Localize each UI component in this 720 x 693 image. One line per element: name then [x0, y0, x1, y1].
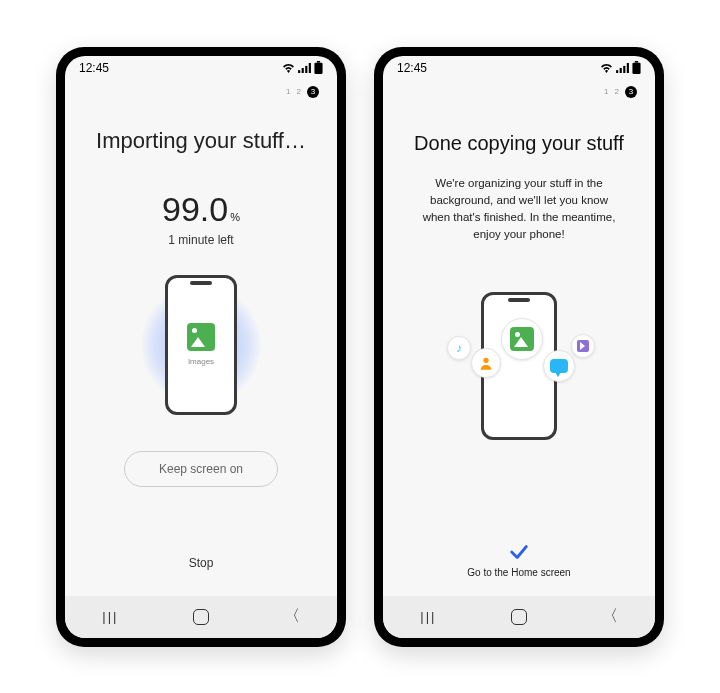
stop-button[interactable]: Stop — [181, 548, 222, 578]
nav-recents-button[interactable] — [88, 605, 132, 629]
images-icon — [187, 323, 215, 351]
step-3-current: 3 — [307, 86, 319, 98]
nav-bar — [383, 596, 655, 638]
step-indicator: 1 2 3 — [383, 80, 655, 98]
svg-rect-2 — [305, 65, 307, 72]
nav-home-button[interactable] — [179, 605, 223, 629]
nav-recents-button[interactable] — [406, 605, 450, 629]
svg-rect-4 — [317, 61, 320, 63]
svg-point-12 — [483, 357, 488, 362]
phone-illustration: Images — [165, 275, 237, 415]
messages-bubble-icon — [543, 350, 575, 382]
svg-rect-3 — [309, 63, 311, 73]
step-2: 2 — [297, 87, 301, 96]
wifi-icon — [600, 63, 613, 73]
time-remaining: 1 minute left — [168, 233, 233, 247]
step-3-current: 3 — [625, 86, 637, 98]
phone-frame-left: 12:45 1 2 3 Importing your stuff… 99.0 — [56, 47, 346, 647]
go-home-button[interactable]: Go to the Home screen — [467, 567, 570, 578]
step-1: 1 — [286, 87, 290, 96]
page-subtitle: We're organizing your stuff in the backg… — [403, 175, 635, 244]
svg-rect-8 — [623, 65, 625, 72]
nav-back-button[interactable] — [588, 605, 632, 629]
step-2: 2 — [615, 87, 619, 96]
video-bubble-icon — [571, 334, 595, 358]
status-time: 12:45 — [79, 61, 109, 75]
nav-back-button[interactable] — [270, 605, 314, 629]
svg-rect-10 — [635, 61, 638, 63]
status-bar: 12:45 — [65, 56, 337, 80]
status-bar: 12:45 — [383, 56, 655, 80]
svg-rect-0 — [298, 70, 300, 73]
done-illustration: ♪ — [419, 280, 619, 450]
progress-percent: 99.0 % — [162, 190, 240, 229]
keep-screen-on-button[interactable]: Keep screen on — [124, 451, 278, 487]
svg-rect-1 — [302, 68, 304, 73]
page-title: Importing your stuff… — [96, 128, 306, 154]
signal-icon — [616, 63, 629, 73]
svg-rect-5 — [314, 63, 322, 74]
status-time: 12:45 — [397, 61, 427, 75]
step-1: 1 — [604, 87, 608, 96]
svg-rect-11 — [632, 63, 640, 74]
screen-importing: 12:45 1 2 3 Importing your stuff… 99.0 — [65, 56, 337, 638]
percent-value: 99.0 — [162, 190, 228, 229]
svg-rect-9 — [627, 63, 629, 73]
svg-rect-6 — [616, 70, 618, 73]
page-title: Done copying your stuff — [414, 132, 624, 155]
nav-bar — [65, 596, 337, 638]
contacts-bubble-icon — [471, 348, 501, 378]
images-bubble-icon — [501, 318, 543, 360]
wifi-icon — [282, 63, 295, 73]
step-indicator: 1 2 3 — [65, 80, 337, 98]
nav-home-button[interactable] — [497, 605, 541, 629]
images-label: Images — [188, 357, 214, 366]
battery-icon — [632, 61, 641, 74]
svg-rect-7 — [620, 68, 622, 73]
signal-icon — [298, 63, 311, 73]
screen-done: 12:45 1 2 3 Done copying your stuff We'r… — [383, 56, 655, 638]
import-illustration: Images — [131, 265, 271, 425]
phone-frame-right: 12:45 1 2 3 Done copying your stuff We'r… — [374, 47, 664, 647]
checkmark-icon — [508, 541, 530, 563]
music-bubble-icon: ♪ — [447, 336, 471, 360]
battery-icon — [314, 61, 323, 74]
percent-unit: % — [230, 211, 240, 223]
